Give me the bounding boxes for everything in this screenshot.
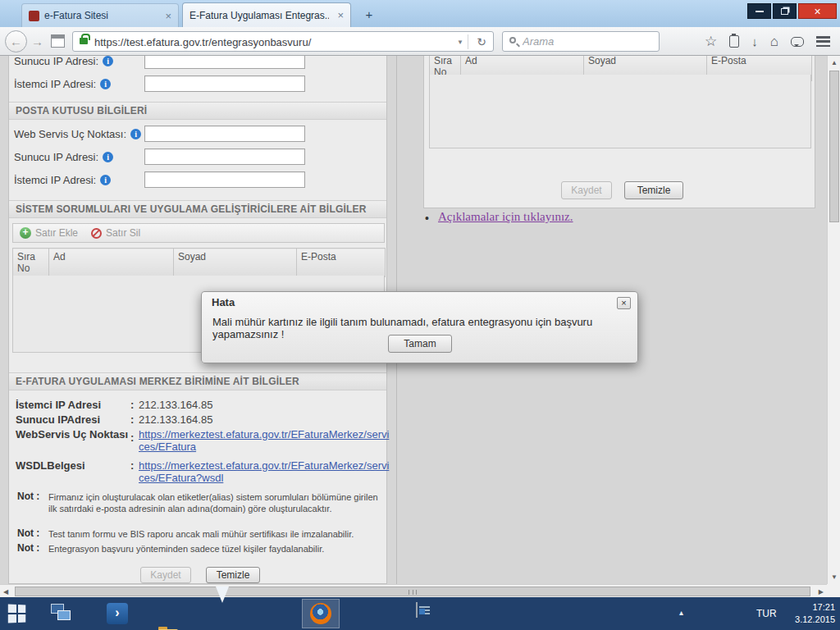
scroll-right-icon[interactable]: ▶ (819, 588, 824, 596)
aciklamalar-link[interactable]: Açıklamalar için tıklayınız. (438, 210, 573, 224)
toolbar-icons: ☆ ↓ ⌂ (705, 27, 830, 56)
taskbar-pointer-icon[interactable] (212, 603, 233, 624)
search-bar[interactable] (502, 31, 660, 52)
note-text: Firmanız için oluşturulacak olan etiketl… (48, 491, 386, 514)
vertical-scrollbar[interactable]: ▲ ▼ (827, 56, 840, 584)
bullet-icon: • (425, 212, 429, 225)
language-indicator[interactable]: TUR (756, 608, 777, 619)
field-label: İstemci IP Adresi: (14, 78, 96, 90)
horizontal-scroll-thumb[interactable] (15, 587, 810, 596)
info-icon[interactable]: i (130, 129, 141, 139)
url-dropdown-icon[interactable]: ▼ (457, 39, 463, 46)
delete-row-button[interactable]: Satır Sil (91, 227, 140, 239)
sunucu-ip-input[interactable] (144, 56, 305, 69)
bookmarks-menu-icon[interactable] (729, 35, 739, 48)
tab-close-icon[interactable]: × (165, 11, 171, 21)
tab-entegrasyon-active[interactable]: E-Fatura Uygulaması Entegras... × (182, 2, 351, 27)
right-table-body (429, 75, 811, 148)
merkez-value: https://merkeztest.efatura.gov.tr/EFatur… (139, 428, 390, 453)
scroll-up-icon[interactable]: ▲ (828, 59, 840, 66)
search-input[interactable] (523, 34, 654, 49)
section-header-posta: POSTA KUTUSU BİLGİLERİ (9, 102, 386, 120)
info-icon[interactable]: i (103, 56, 113, 66)
taskbar-file-explorer-icon[interactable] (158, 624, 179, 630)
right-kaydet-button[interactable]: Kaydet (561, 181, 612, 199)
field-row: Sunucu IP Adresi: i (14, 151, 113, 163)
dialog-close-icon[interactable]: × (617, 297, 631, 309)
info-icon[interactable]: i (103, 152, 113, 162)
minimize-button[interactable] (747, 3, 771, 19)
column-header[interactable]: Soyad (174, 249, 297, 277)
home-icon[interactable]: ⌂ (770, 34, 778, 50)
taskbar-desktop-icon[interactable] (51, 603, 72, 624)
field-row: Web Servis Uç Noktası: i (14, 128, 141, 140)
tab-efatura-sitesi[interactable]: e-Fatura Sitesi × (21, 3, 179, 27)
colon: : (130, 431, 134, 444)
scroll-down-icon[interactable]: ▼ (828, 573, 840, 581)
url-separator (468, 34, 468, 49)
taskbar-clock[interactable]: 17:21 3.12.2015 (784, 601, 835, 626)
taskbar: › ▴ TUR 17:21 3.12.2015 (0, 597, 840, 630)
browser-titlebar: e-Fatura Sitesi × E-Fatura Uygulaması En… (0, 0, 840, 27)
reload-icon[interactable]: ↻ (477, 35, 486, 48)
note-prefix: Not : (17, 527, 39, 539)
grid-toolbar: + Satır Ekle Satır Sil (12, 223, 385, 243)
colon: : (130, 413, 134, 426)
column-header[interactable]: Sıra No (13, 249, 49, 277)
info-icon[interactable]: i (100, 175, 111, 185)
menu-icon[interactable] (816, 36, 830, 47)
restore-icon (781, 8, 788, 15)
section-header-sistem: SİSTEM SORUMLULARI VE UYGULAMA GELİŞTİRİ… (9, 200, 386, 218)
tab-close-icon[interactable]: × (337, 10, 344, 21)
taskbar-document-icon[interactable] (413, 603, 435, 624)
column-header[interactable]: E-Posta (297, 249, 386, 277)
note-text: Entegrasyon başvuru yönteminden sadece t… (48, 543, 386, 555)
url-text[interactable]: https://test.efatura.gov.tr/entegrasyonb… (94, 36, 311, 48)
url-bar[interactable]: https://test.efatura.gov.tr/entegrasyonb… (72, 31, 494, 52)
site-favicon-icon (29, 11, 39, 21)
add-row-button[interactable]: + Satır Ekle (20, 227, 78, 239)
start-button[interactable] (8, 604, 26, 623)
tamam-button[interactable]: Tamam (388, 335, 452, 353)
note-text: Test tanım formu ve BIS raporu ancak mal… (48, 528, 386, 540)
scroll-left-icon[interactable]: ◀ (3, 588, 8, 596)
page-icon (51, 34, 65, 48)
colon: : (130, 399, 134, 411)
colon: : (130, 459, 134, 472)
kaydet-button[interactable]: Kaydet (140, 567, 191, 583)
tray-chevron-icon[interactable]: ▴ (679, 608, 683, 617)
istemci-ip-input[interactable] (144, 75, 305, 92)
horizontal-scrollbar[interactable]: ◀ ▶ (0, 584, 827, 597)
wsdl-link[interactable]: https://merkeztest.efatura.gov.tr/EFatur… (139, 459, 389, 484)
right-temizle-button[interactable]: Temizle (624, 181, 683, 199)
vertical-scroll-thumb[interactable] (829, 71, 839, 222)
info-icon[interactable]: i (100, 79, 111, 89)
taskbar-blue-app-icon[interactable]: › (107, 603, 128, 624)
field-row: Sunucu IP Adresi: i (14, 56, 113, 67)
download-icon[interactable]: ↓ (751, 34, 758, 48)
webservis-link[interactable]: https://merkeztest.efatura.gov.tr/EFatur… (139, 428, 389, 453)
posta-istemci-ip-input[interactable] (144, 171, 305, 188)
taskbar-firefox-icon[interactable] (310, 603, 331, 624)
tab-title: e-Fatura Sitesi (44, 10, 157, 21)
merkez-value: https://merkeztest.efatura.gov.tr/EFatur… (139, 459, 390, 484)
field-label: Web Servis Uç Noktası: (14, 128, 126, 140)
firefox-window: e-Fatura Sitesi × E-Fatura Uygulaması En… (0, 0, 840, 630)
restore-button[interactable] (773, 3, 797, 19)
merkez-label: Sunucu IPAdresi (16, 413, 129, 427)
close-window-button[interactable]: × (798, 3, 837, 19)
column-header[interactable]: Ad (49, 249, 174, 277)
bookmark-star-icon[interactable]: ☆ (705, 33, 717, 50)
window-controls: × (747, 3, 837, 19)
page-content: Sunucu IP Adresi: i İstemci IP Adresi: i… (0, 56, 840, 584)
field-label: Sunucu IP Adresi: (14, 56, 98, 67)
forward-button[interactable]: → (31, 34, 43, 48)
chat-icon[interactable] (791, 37, 804, 47)
posta-websevis-input[interactable] (144, 126, 305, 142)
new-tab-button[interactable]: + (359, 7, 379, 22)
back-button[interactable]: ← (5, 30, 27, 52)
posta-sunucu-ip-input[interactable] (144, 148, 305, 165)
add-row-label: Satır Ekle (35, 227, 78, 239)
add-row-icon: + (20, 227, 31, 239)
temizle-button[interactable]: Temizle (206, 567, 260, 583)
